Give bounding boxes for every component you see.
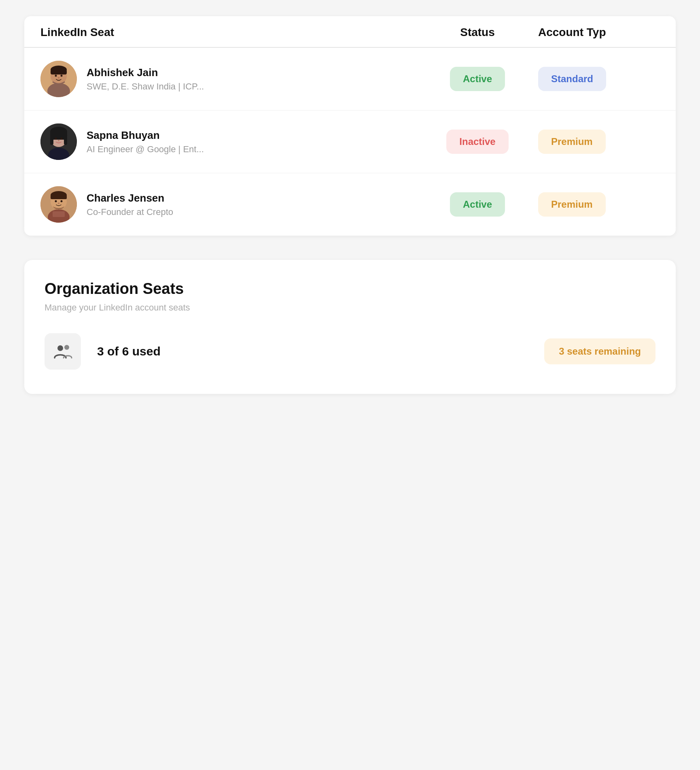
type-badge-abhishek: Standard [538, 67, 606, 91]
type-cell-abhishek: Standard [538, 67, 660, 91]
user-info-abhishek: Abhishek Jain SWE, D.E. Shaw India | ICP… [40, 61, 417, 97]
status-badge-abhishek: Active [450, 67, 505, 91]
col-header-type: Account Typ [538, 26, 660, 39]
user-name-abhishek: Abhishek Jain [87, 66, 204, 79]
svg-point-6 [61, 75, 63, 77]
user-text-sapna: Sapna Bhuyan AI Engineer @ Google | Ent.… [87, 129, 204, 155]
org-seats-title: Organization Seats [45, 280, 655, 298]
seats-icon-box [45, 333, 81, 370]
user-name-sapna: Sapna Bhuyan [87, 129, 204, 142]
user-subtitle-abhishek: SWE, D.E. Shaw India | ICP... [87, 81, 204, 92]
type-cell-sapna: Premium [538, 130, 660, 154]
svg-point-16 [61, 138, 63, 140]
org-seats-card: Organization Seats Manage your LinkedIn … [24, 260, 676, 394]
table-row: Abhishek Jain SWE, D.E. Shaw India | ICP… [24, 48, 676, 111]
user-text-charles: Charles Jensen Co-Founder at Crepto [87, 192, 173, 217]
seats-row: 3 of 6 used 3 seats remaining [45, 333, 655, 370]
user-info-sapna: Sapna Bhuyan AI Engineer @ Google | Ent.… [40, 123, 417, 160]
col-header-status: Status [417, 26, 538, 39]
svg-point-28 [64, 345, 69, 350]
svg-point-25 [61, 200, 63, 202]
svg-point-24 [55, 200, 57, 202]
user-text-abhishek: Abhishek Jain SWE, D.E. Shaw India | ICP… [87, 66, 204, 92]
user-name-charles: Charles Jensen [87, 192, 173, 204]
avatar-abhishek [40, 61, 77, 97]
type-badge-charles: Premium [538, 192, 606, 217]
status-cell-charles: Active [417, 192, 538, 217]
svg-point-5 [55, 75, 57, 77]
svg-rect-14 [64, 135, 67, 145]
col-header-seat: LinkedIn Seat [40, 26, 417, 39]
user-subtitle-sapna: AI Engineer @ Google | Ent... [87, 144, 204, 155]
org-seats-subtitle: Manage your LinkedIn account seats [45, 302, 655, 313]
type-cell-charles: Premium [538, 192, 660, 217]
page-wrapper: LinkedIn Seat Status Account Typ [0, 0, 700, 410]
avatar-charles [40, 186, 77, 223]
table-row: Charles Jensen Co-Founder at Crepto Acti… [24, 173, 676, 236]
table-row: Sapna Bhuyan AI Engineer @ Google | Ent.… [24, 111, 676, 173]
svg-rect-13 [50, 135, 53, 145]
svg-point-27 [57, 345, 63, 351]
svg-point-17 [58, 140, 59, 141]
seats-used-text: 3 of 6 used [97, 345, 528, 358]
svg-point-15 [55, 138, 57, 140]
avatar-sapna [40, 123, 77, 160]
status-badge-sapna: Inactive [446, 130, 508, 154]
seats-remaining-badge: 3 seats remaining [544, 338, 655, 364]
type-badge-sapna: Premium [538, 130, 606, 154]
svg-rect-20 [53, 211, 65, 217]
people-icon [53, 342, 72, 361]
user-info-charles: Charles Jensen Co-Founder at Crepto [40, 186, 417, 223]
table-header: LinkedIn Seat Status Account Typ [24, 16, 676, 48]
status-cell-sapna: Inactive [417, 130, 538, 154]
status-badge-charles: Active [450, 192, 505, 217]
svg-point-7 [58, 77, 59, 79]
svg-rect-4 [51, 70, 67, 74]
status-cell-abhishek: Active [417, 67, 538, 91]
user-subtitle-charles: Co-Founder at Crepto [87, 207, 173, 217]
svg-rect-23 [51, 195, 67, 199]
linkedin-seats-table: LinkedIn Seat Status Account Typ [24, 16, 676, 236]
svg-point-26 [58, 203, 59, 204]
